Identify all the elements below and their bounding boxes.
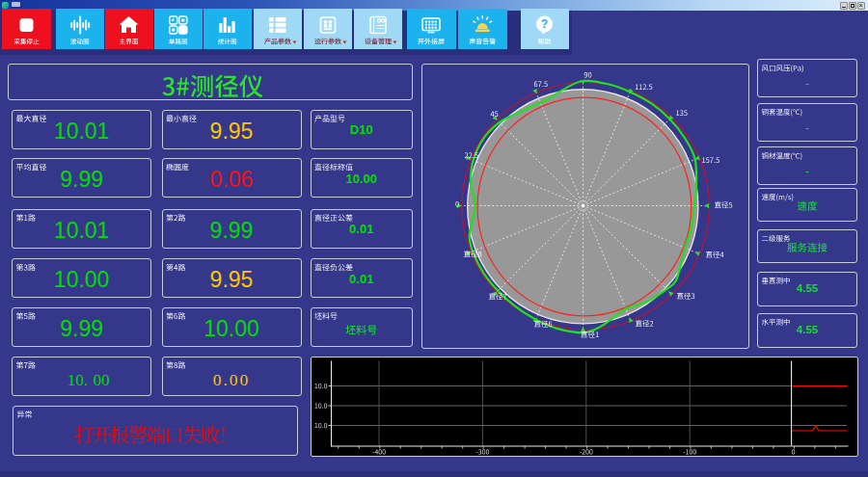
svg-text:?: ?	[541, 17, 548, 31]
